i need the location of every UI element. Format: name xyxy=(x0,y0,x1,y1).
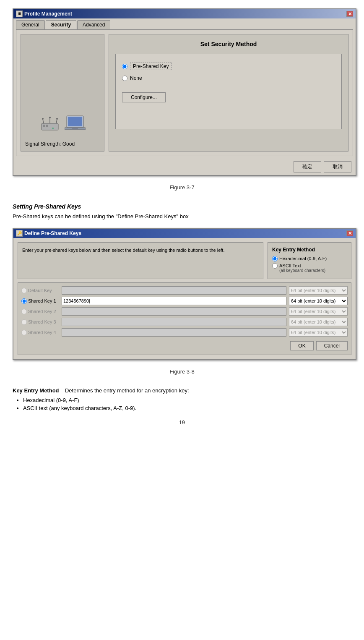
shared-key-4-select[interactable]: 64 bit (enter 10 digits) xyxy=(289,328,348,337)
shared-key-1-radio[interactable] xyxy=(21,298,27,304)
ascii-label-group: ASCII Text (all keyboard characters) xyxy=(279,263,325,273)
shared-key-2-radio[interactable] xyxy=(21,309,27,314)
cancel-button[interactable]: 取消 xyxy=(324,161,351,172)
define-psk-window: 🔑 Define Pre-Shared Keys ✕ Enter your pr… xyxy=(13,228,356,360)
figure-37-caption: Figure 3-7 xyxy=(13,184,351,191)
configure-btn-wrapper: Configure... xyxy=(122,86,335,102)
none-label: None xyxy=(130,75,142,81)
section-description: Pre-Shared keys can be defined using the… xyxy=(13,213,351,219)
shared-key-3-label: Shared Key 3 xyxy=(28,319,56,324)
ascii-radio-option[interactable]: ASCII Text (all keyboard characters) xyxy=(272,263,347,273)
svg-point-8 xyxy=(56,118,58,120)
laptop-icon xyxy=(65,114,86,133)
svg-point-7 xyxy=(49,117,51,118)
configure-button[interactable]: Configure... xyxy=(122,92,166,102)
none-radio-option[interactable]: None xyxy=(122,75,335,81)
shared-key-1-input[interactable] xyxy=(62,297,286,305)
shared-key-2-input[interactable] xyxy=(62,307,286,316)
svg-rect-11 xyxy=(68,117,82,126)
bottom-desc-text: Determines the entry method for an encry… xyxy=(65,387,189,394)
bottom-section: Key Entry Method – Determines the entry … xyxy=(13,387,351,411)
psk-close-icon[interactable]: ✕ xyxy=(346,230,353,236)
bottom-description: Key Entry Method – Determines the entry … xyxy=(13,387,351,394)
hex-radio-option[interactable]: Hexadecimal (0-9, A-F) xyxy=(272,256,347,261)
titlebar-left: 🖥 Profile Management xyxy=(16,10,72,17)
figure-38-caption: Figure 3-8 xyxy=(13,368,351,375)
ok-button[interactable]: 確定 xyxy=(294,161,321,172)
svg-rect-13 xyxy=(72,128,78,129)
hex-radio[interactable] xyxy=(272,256,278,261)
titlebar-icon: 🖥 xyxy=(16,10,23,17)
psk-radio[interactable] xyxy=(122,64,127,69)
bullet-hex: Hexadecimal (0-9, A-F) xyxy=(23,397,351,403)
shared-key-4-input[interactable] xyxy=(62,328,286,337)
page-number: 19 xyxy=(13,420,351,426)
psk-label: Pre-Shared Key xyxy=(130,63,172,70)
key-row-4: Shared Key 4 64 bit (enter 10 digits) xyxy=(21,328,348,337)
default-key-input[interactable] xyxy=(62,286,286,295)
key-row-default: Default Key 64 bit (enter 10 digits) xyxy=(21,286,348,295)
router-icon xyxy=(39,116,60,133)
psk-cancel-button[interactable]: Cancel xyxy=(316,341,348,350)
shared-key-4-radio[interactable] xyxy=(21,330,27,335)
key-row-3: Shared Key 3 64 bit (enter 10 digits) xyxy=(21,318,348,326)
security-inner: Pre-Shared Key None Configure... xyxy=(115,54,342,129)
bottom-dash: – xyxy=(59,387,65,394)
profile-management-window: 🖥 Profile Management ✕ General Security … xyxy=(13,8,356,176)
tab-general[interactable]: General xyxy=(16,20,45,29)
default-key-label: Default Key xyxy=(28,288,52,293)
psk-keys-section: Default Key 64 bit (enter 10 digits) Sha… xyxy=(18,282,351,355)
titlebar: 🖥 Profile Management ✕ xyxy=(13,9,356,18)
psk-radio-option[interactable]: Pre-Shared Key xyxy=(122,63,335,70)
key-row-1: Shared Key 1 64 bit (enter 10 digits) xyxy=(21,297,348,305)
right-panel: Set Security Method Pre-Shared Key None … xyxy=(109,34,348,152)
svg-rect-9 xyxy=(52,128,54,129)
section-heading: Setting Pre-Shared Keys xyxy=(13,203,351,210)
shared-key-3-input[interactable] xyxy=(62,318,286,326)
ascii-radio[interactable] xyxy=(272,263,278,269)
signal-strength-text: Signal Strength: Good xyxy=(25,141,100,147)
shared-key-3-radio-label: Shared Key 3 xyxy=(21,319,59,325)
shared-key-4-radio-label: Shared Key 4 xyxy=(21,330,59,335)
shared-key-1-label: Shared Key 1 xyxy=(28,298,56,303)
psk-ok-button[interactable]: OK xyxy=(290,341,313,350)
default-key-select[interactable]: 64 bit (enter 10 digits) xyxy=(289,286,348,295)
bullet-ascii: ASCII text (any keyboard characters, A-Z… xyxy=(23,405,351,411)
left-panel: Signal Strength: Good xyxy=(21,34,104,152)
shared-key-1-select[interactable]: 64 bit (enter 10 digits) xyxy=(289,297,348,305)
shared-key-2-radio-label: Shared Key 2 xyxy=(21,309,59,314)
set-security-title: Set Security Method xyxy=(115,41,342,47)
svg-line-5 xyxy=(56,119,57,123)
none-radio[interactable] xyxy=(122,76,127,81)
section-title: Setting Pre-Shared Keys xyxy=(13,203,81,210)
key-entry-title: Key Entry Method xyxy=(272,247,347,253)
shared-key-3-select[interactable]: 64 bit (enter 10 digits) xyxy=(289,318,348,326)
shared-key-3-radio[interactable] xyxy=(21,319,27,325)
default-key-radio-label: Default Key xyxy=(21,288,59,293)
shared-key-1-radio-label: Shared Key 1 xyxy=(21,298,59,304)
window-footer: 確定 取消 xyxy=(13,159,356,175)
default-key-radio[interactable] xyxy=(21,288,27,293)
tab-bar: General Security Advanced xyxy=(13,18,356,29)
psk-titlebar-left: 🔑 Define Pre-Shared Keys xyxy=(16,230,81,237)
tab-advanced[interactable]: Advanced xyxy=(77,20,110,29)
security-area: Signal Strength: Good Set Security Metho… xyxy=(21,34,348,152)
svg-line-3 xyxy=(43,119,44,123)
svg-point-6 xyxy=(42,118,44,120)
hex-label: Hexadecimal (0-9, A-F) xyxy=(279,256,327,261)
psk-window-title: Define Pre-Shared Keys xyxy=(24,230,81,236)
ascii-label: ASCII Text xyxy=(279,263,325,268)
psk-titlebar-icon: 🔑 xyxy=(16,230,23,237)
svg-rect-1 xyxy=(43,125,45,127)
key-row-2: Shared Key 2 64 bit (enter 10 digits) xyxy=(21,307,348,316)
key-entry-method-panel: Key Entry Method Hexadecimal (0-9, A-F) … xyxy=(268,242,351,279)
psk-titlebar: 🔑 Define Pre-Shared Keys ✕ xyxy=(13,229,356,238)
bottom-bullet-list: Hexadecimal (0-9, A-F) ASCII text (any k… xyxy=(23,397,351,411)
tab-security[interactable]: Security xyxy=(46,20,76,29)
close-icon[interactable]: ✕ xyxy=(346,11,353,17)
shared-key-4-label: Shared Key 4 xyxy=(28,330,56,335)
psk-description: Enter your pre-shared keys below and the… xyxy=(18,242,263,279)
psk-footer: OK Cancel xyxy=(21,339,348,351)
key-entry-method-bold: Key Entry Method xyxy=(13,387,59,394)
shared-key-2-select[interactable]: 64 bit (enter 10 digits) xyxy=(289,307,348,316)
